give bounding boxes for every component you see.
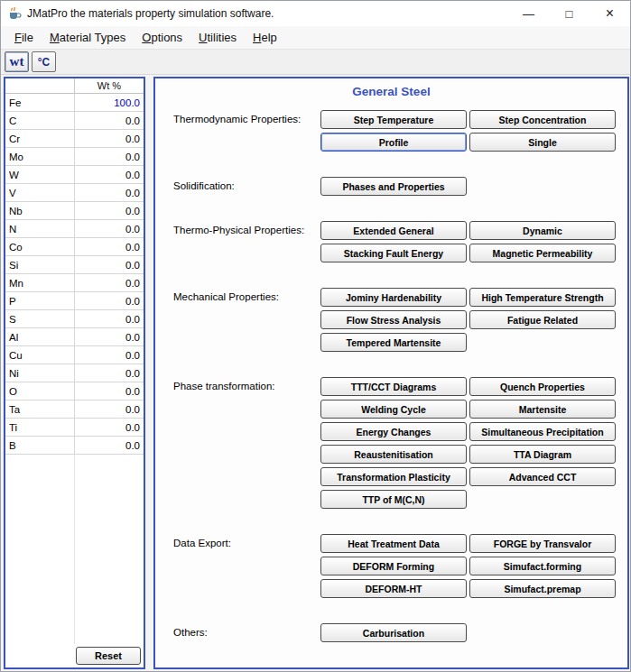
menu-utilities[interactable]: Utilities (190, 28, 245, 47)
element-name: Fe (5, 94, 75, 111)
weight-percent-button[interactable]: wt (5, 51, 29, 72)
composition-row-mo: Mo0.0 (5, 148, 144, 166)
section-mechanical-properties: Mechanical Properties:Jominy Hardenabili… (155, 288, 627, 352)
tempered-martensite-button[interactable]: Tempered Martensite (320, 333, 467, 352)
element-value-cell[interactable]: 0.0 (75, 346, 144, 364)
step-concentration-button[interactable]: Step Concentration (469, 110, 616, 129)
section-label: Phase transformation: (173, 381, 275, 391)
element-value-cell[interactable]: 0.0 (75, 256, 144, 273)
deform-ht-button[interactable]: DEFORM-HT (320, 579, 467, 598)
element-name: Mn (5, 274, 75, 291)
ttp-of-m-c-n-button[interactable]: TTP of M(C,N) (320, 490, 467, 509)
element-value-cell[interactable]: 0.0 (75, 310, 144, 327)
simufact-forming-button[interactable]: Simufact.forming (469, 557, 616, 575)
section-phase-transformation: Phase transformation:TTT/CCT DiagramsQue… (155, 377, 627, 509)
section-label: Data Export: (173, 538, 231, 548)
dynamic-button[interactable]: Dynamic (469, 221, 616, 240)
element-name: Mo (5, 148, 75, 165)
titlebar: JMatPro the materials property simulatio… (1, 1, 630, 26)
section-thermo-physical-properties: Thermo-Physical Properties:Extended Gene… (155, 221, 627, 262)
composition-row-p: P0.0 (5, 292, 144, 310)
reset-button[interactable]: Reset (76, 647, 141, 665)
element-value-cell[interactable]: 0.0 (75, 148, 144, 165)
element-value-cell[interactable]: 0.0 (75, 437, 144, 454)
element-value-cell[interactable]: 0.0 (75, 184, 144, 201)
element-value-cell[interactable]: 0.0 (75, 382, 144, 400)
fatigue-related-button[interactable]: Fatigue Related (469, 310, 616, 329)
menu-options[interactable]: Options (134, 28, 190, 47)
element-value-cell[interactable]: 0.0 (75, 130, 144, 147)
element-value-cell[interactable]: 0.0 (75, 400, 144, 418)
extended-general-button[interactable]: Extended General (320, 221, 467, 240)
profile-button[interactable]: Profile (320, 133, 467, 152)
menu-file[interactable]: File (6, 28, 42, 47)
quench-properties-button[interactable]: Quench Properties (469, 377, 616, 396)
minimize-button[interactable]: — (508, 1, 549, 26)
phases-and-properties-button[interactable]: Phases and Properties (320, 177, 467, 196)
simultaneous-precipitation-button[interactable]: Simultaneous Precipitation (469, 422, 616, 441)
section-buttons: Step TemperatureStep ConcentrationProfil… (320, 110, 618, 152)
composition-row-b: B0.0 (5, 437, 144, 455)
energy-changes-button[interactable]: Energy Changes (320, 422, 467, 441)
element-value-cell[interactable]: 0.0 (75, 274, 144, 291)
heat-treatment-data-button[interactable]: Heat Treatment Data (320, 534, 467, 553)
element-value-cell[interactable]: 0.0 (75, 238, 144, 255)
menu-help[interactable]: Help (245, 28, 285, 47)
element-name: W (5, 166, 75, 183)
element-value-cell[interactable]: 0.0 (75, 166, 144, 183)
high-temperature-strength-button[interactable]: High Temperature Strength (469, 288, 616, 307)
element-value-cell[interactable]: 0.0 (75, 419, 144, 436)
transformation-plasticity-button[interactable]: Transformation Plasticity (320, 467, 467, 486)
ttt-cct-diagrams-button[interactable]: TTT/CCT Diagrams (320, 377, 467, 396)
section-data-export: Data Export:Heat Treatment DataFORGE by … (155, 534, 627, 598)
section-label: Solidification: (173, 180, 235, 191)
single-button[interactable]: Single (469, 133, 616, 152)
element-name: O (5, 382, 75, 400)
section-buttons: Heat Treatment DataFORGE by TransvalorDE… (320, 534, 618, 598)
reaustenitisation-button[interactable]: Reaustenitisation (320, 445, 467, 464)
composition-row-n: N0.0 (5, 220, 144, 238)
composition-row-ni: Ni0.0 (5, 364, 144, 382)
element-value-cell[interactable]: 0.0 (75, 220, 144, 237)
welding-cycle-button[interactable]: Welding Cycle (320, 400, 467, 419)
module-sections: Thermodynamic Properties:Step Temperatur… (155, 110, 627, 642)
general-steel-panel: General Steel Thermodynamic Properties:S… (153, 77, 629, 669)
element-value-cell[interactable]: 100.0 (75, 94, 144, 111)
composition-row-mn: Mn0.0 (5, 274, 144, 292)
element-name: Nb (5, 202, 75, 219)
deform-forming-button[interactable]: DEFORM Forming (320, 557, 467, 575)
composition-row-c: C0.0 (5, 112, 144, 130)
element-value-cell[interactable]: 0.0 (75, 328, 144, 345)
jominy-hardenability-button[interactable]: Jominy Hardenability (320, 288, 467, 307)
step-temperature-button[interactable]: Step Temperature (320, 110, 467, 129)
element-name: C (5, 112, 75, 129)
composition-row-ta: Ta0.0 (5, 400, 144, 419)
celsius-button[interactable]: °C (32, 51, 56, 72)
magnetic-permeability-button[interactable]: Magnetic Permeability (469, 244, 616, 262)
element-name: B (5, 437, 75, 454)
element-name: Cr (5, 130, 75, 147)
element-value-cell[interactable]: 0.0 (75, 202, 144, 219)
martensite-button[interactable]: Martensite (469, 400, 616, 419)
menu-material-types[interactable]: Material Types (42, 28, 134, 47)
section-buttons: Extended GeneralDynamicStacking Fault En… (320, 221, 618, 262)
tta-diagram-button[interactable]: TTA Diagram (469, 445, 616, 464)
element-value-cell[interactable]: 0.0 (75, 292, 144, 309)
window-title: JMatPro the materials property simulatio… (27, 7, 274, 20)
element-name: V (5, 184, 75, 201)
composition-row-nb: Nb0.0 (5, 202, 144, 220)
flow-stress-analysis-button[interactable]: Flow Stress Analysis (320, 310, 467, 329)
section-buttons: Phases and Properties (320, 177, 618, 196)
composition-row-cr: Cr0.0 (5, 130, 144, 148)
element-name: Si (5, 256, 75, 273)
simufact-premap-button[interactable]: Simufact.premap (469, 579, 616, 598)
element-value-cell[interactable]: 0.0 (75, 364, 144, 382)
advanced-cct-button[interactable]: Advanced CCT (469, 467, 616, 486)
close-button[interactable]: × (589, 1, 630, 26)
forge-by-transvalor-button[interactable]: FORGE by Transvalor (469, 534, 616, 553)
stacking-fault-energy-button[interactable]: Stacking Fault Energy (320, 244, 467, 262)
element-value-cell[interactable]: 0.0 (75, 112, 144, 129)
maximize-button[interactable]: □ (549, 1, 589, 26)
carburisation-button[interactable]: Carburisation (320, 623, 467, 642)
composition-row-w: W0.0 (5, 166, 144, 184)
